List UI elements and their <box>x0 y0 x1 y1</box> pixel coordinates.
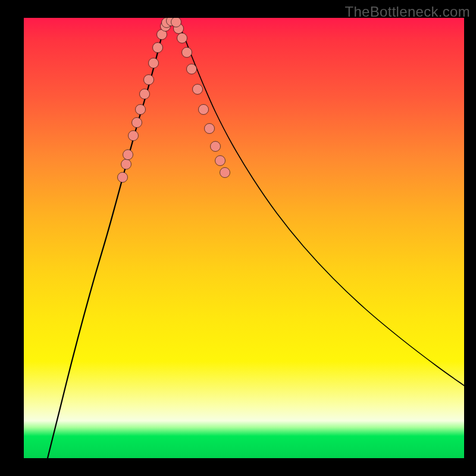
data-dot <box>220 168 230 178</box>
data-dot <box>121 159 131 170</box>
data-dot <box>187 64 197 74</box>
data-dot <box>140 89 150 99</box>
data-dot <box>193 84 203 95</box>
data-dot <box>205 124 215 134</box>
data-dot <box>215 156 226 166</box>
plot-area <box>24 18 464 458</box>
data-dot <box>136 105 146 115</box>
chart-frame: TheBottleneck.com <box>0 0 476 476</box>
data-dot <box>182 48 192 58</box>
dots-right <box>174 24 230 178</box>
chart-svg <box>24 18 464 458</box>
data-dot <box>132 118 142 128</box>
curve-right-arm <box>177 23 464 386</box>
data-dot <box>129 131 139 141</box>
data-dot <box>211 142 221 152</box>
data-dot <box>177 33 187 43</box>
data-dot <box>153 43 163 53</box>
curve-left-arm <box>48 23 165 458</box>
data-dot <box>118 173 128 183</box>
data-dot <box>123 150 133 160</box>
data-dot <box>149 58 159 68</box>
data-dot <box>199 105 209 115</box>
data-dot <box>144 75 154 85</box>
data-dot <box>171 18 181 27</box>
dots-trough <box>162 18 181 28</box>
